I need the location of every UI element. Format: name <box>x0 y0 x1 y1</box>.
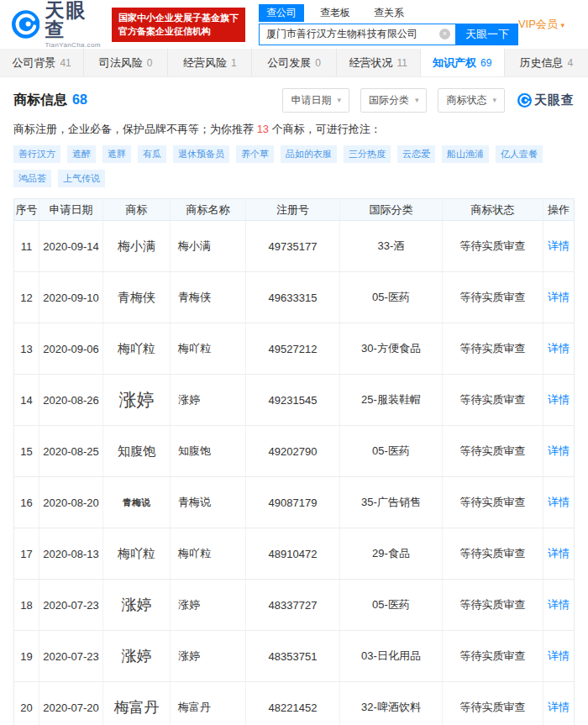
trademark-tag[interactable]: 云恋爱 <box>397 145 435 163</box>
trademark-image-cell: 涨婷 <box>103 580 171 630</box>
filter-dropdown[interactable]: 国际分类▾ <box>360 88 428 113</box>
table-row: 142020-08-26涨婷涨婷4923154525-服装鞋帽等待实质审查详情 <box>14 375 574 426</box>
row-status: 等待实质审查 <box>443 426 543 476</box>
filter-dropdown[interactable]: 商标状态▾ <box>438 88 505 113</box>
section-count: 68 <box>72 92 87 108</box>
table-header-row: 序号申请日期商标商标名称注册号国际分类商标状态操作 <box>14 199 574 221</box>
table-row: 172020-08-13梅吖粒梅吖粒4891047229-食品等待实质审查详情 <box>14 528 574 580</box>
trademark-image: 青梅说 <box>123 496 150 509</box>
trademark-image: 涨婷 <box>119 388 155 412</box>
recommended-trademark-tags: 善行汉方遮醉遮胖有瓜退休预备员养个草品如的衣服三分热度云恋爱船山渔浦亿人壹餐鸿品… <box>13 145 575 187</box>
row-registration-number: 49633315 <box>246 272 340 323</box>
row-international-class: 35-广告销售 <box>340 477 443 528</box>
filter-label: 国际分类 <box>369 93 409 108</box>
nav-tab[interactable]: 经营状况11 <box>337 49 421 76</box>
vip-label: VIP会员 <box>518 18 558 30</box>
row-registration-number: 48337727 <box>246 580 340 630</box>
trademark-tag[interactable]: 船山渔浦 <box>442 145 489 163</box>
row-seq: 12 <box>14 272 39 323</box>
table-row: 122020-09-10青梅侠青梅侠4963331505-医药等待实质审查详情 <box>14 272 574 323</box>
row-trademark-name: 涨婷 <box>171 631 246 681</box>
detail-link[interactable]: 详情 <box>548 649 570 664</box>
trademark-image-cell: 梅吖粒 <box>103 323 171 374</box>
search-tabs: 查公司查老板查关系 <box>259 4 518 22</box>
nav-tab-label: 公司发展 <box>267 55 311 71</box>
row-status: 等待实质审查 <box>443 477 543 528</box>
vip-member-menu[interactable]: VIP会员 ▾ <box>518 17 564 32</box>
nav-tab-label: 经营风险 <box>183 55 227 71</box>
trademark-tag[interactable]: 有瓜 <box>138 145 166 163</box>
search-tab[interactable]: 查公司 <box>259 4 304 22</box>
detail-link[interactable]: 详情 <box>548 546 570 561</box>
badge-line1: 国家中小企业发展子基金旗下 <box>118 11 239 25</box>
column-header: 商标名称 <box>171 199 246 220</box>
row-status: 等待实质审查 <box>443 221 543 271</box>
row-status: 等待实质审查 <box>443 580 543 630</box>
nav-tab[interactable]: 历史信息4 <box>505 49 588 76</box>
row-trademark-name: 涨婷 <box>171 580 246 630</box>
promo-text-before: 商标注册，企业必备，保护品牌不再等；为你推荐 <box>13 123 257 135</box>
row-seq: 17 <box>14 528 39 579</box>
promo-highlight-count: 13 <box>257 123 269 135</box>
row-status: 等待实质审查 <box>443 682 543 725</box>
table-row: 152020-08-25知腹饱知腹饱4920279005-医药等待实质审查详情 <box>14 426 574 477</box>
detail-link[interactable]: 详情 <box>548 341 570 356</box>
search-tab[interactable]: 查老板 <box>312 4 358 22</box>
row-seq: 20 <box>14 682 39 725</box>
nav-tab[interactable]: 经营风险1 <box>168 49 252 76</box>
detail-link[interactable]: 详情 <box>548 700 570 715</box>
row-seq: 15 <box>14 426 39 476</box>
row-actions: 详情 <box>543 323 574 374</box>
row-status: 等待实质审查 <box>443 375 543 425</box>
detail-link[interactable]: 详情 <box>548 239 570 254</box>
section-title: 商标信息 <box>13 92 67 109</box>
clear-search-icon[interactable]: × <box>439 29 450 39</box>
gov-certification-badge: 国家中小企业发展子基金旗下 官方备案企业征信机构 <box>112 8 245 42</box>
detail-link[interactable]: 详情 <box>548 495 570 510</box>
trademark-tag[interactable]: 养个草 <box>236 145 274 163</box>
nav-tab[interactable]: 公司背景41 <box>0 49 84 76</box>
table-filters: 申请日期▾国际分类▾商标状态▾ <box>282 88 505 113</box>
nav-tab[interactable]: 公司发展0 <box>252 49 336 76</box>
trademark-tag[interactable]: 退休预备员 <box>173 145 229 163</box>
trademark-tag[interactable]: 亿人壹餐 <box>496 145 543 163</box>
row-apply-date: 2020-08-26 <box>39 375 103 425</box>
nav-tab[interactable]: 司法风险0 <box>84 49 168 76</box>
filter-dropdown[interactable]: 申请日期▾ <box>282 88 349 113</box>
trademark-tag[interactable]: 品如的衣服 <box>281 145 337 163</box>
nav-tab-count: 0 <box>315 57 321 69</box>
search-tab[interactable]: 查关系 <box>366 4 412 22</box>
row-seq: 14 <box>14 375 39 425</box>
nav-tab[interactable]: 知识产权69 <box>421 49 505 76</box>
row-actions: 详情 <box>543 221 574 271</box>
trademark-tag[interactable]: 上气传说 <box>58 170 105 187</box>
row-trademark-name: 青梅说 <box>171 477 246 528</box>
trademark-tag[interactable]: 善行汉方 <box>13 145 60 163</box>
row-registration-number: 48910472 <box>246 528 340 579</box>
row-actions: 详情 <box>543 375 574 425</box>
row-international-class: 25-服装鞋帽 <box>340 375 443 425</box>
trademark-tag[interactable]: 遮胖 <box>102 145 131 163</box>
trademark-tag[interactable]: 鸿品荟 <box>13 170 51 187</box>
company-section-nav: 公司背景41司法风险0经营风险1公司发展0经营状况11知识产权69历史信息4 <box>0 49 588 77</box>
company-search-input[interactable] <box>260 29 455 40</box>
detail-link[interactable]: 详情 <box>548 290 570 305</box>
table-row: 202020-07-20梅富丹梅富丹4822145232-啤酒饮料等待实质审查详… <box>14 682 574 725</box>
column-header: 序号 <box>14 199 39 220</box>
row-actions: 详情 <box>543 477 574 528</box>
trademark-tag[interactable]: 三分热度 <box>344 145 391 163</box>
row-seq: 18 <box>14 580 39 630</box>
row-trademark-name: 涨婷 <box>171 375 246 425</box>
row-seq: 13 <box>14 323 39 374</box>
trademark-tag[interactable]: 遮醉 <box>67 145 96 163</box>
column-header: 国际分类 <box>340 199 443 220</box>
row-international-class: 30-方便食品 <box>340 323 443 374</box>
search-button[interactable]: 天眼一下 <box>456 24 518 45</box>
detail-link[interactable]: 详情 <box>548 392 570 407</box>
row-apply-date: 2020-08-13 <box>39 528 103 579</box>
row-seq: 11 <box>14 221 39 271</box>
detail-link[interactable]: 详情 <box>548 597 570 612</box>
row-trademark-name: 梅富丹 <box>171 682 246 725</box>
detail-link[interactable]: 详情 <box>548 444 570 459</box>
tianyancha-logo[interactable]: 天眼查 TianYanCha.com <box>12 1 103 49</box>
